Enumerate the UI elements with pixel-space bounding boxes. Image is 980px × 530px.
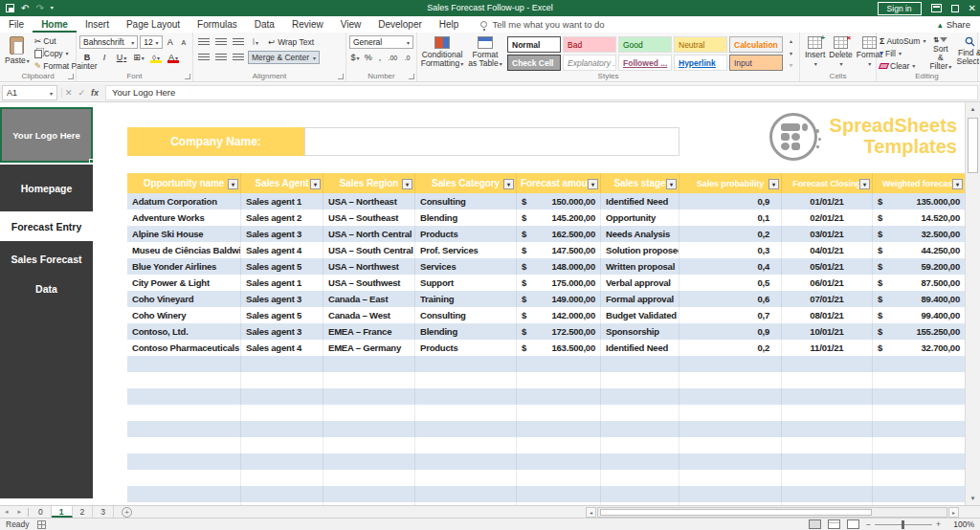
cell-forecast-amount[interactable]: $147.500,00 [517, 242, 601, 258]
empty-cell[interactable] [517, 356, 601, 372]
empty-cell[interactable] [782, 453, 873, 470]
empty-cell[interactable] [127, 372, 241, 388]
tab-home[interactable]: Home [33, 16, 77, 33]
gallery-more-icon[interactable]: ▿ [790, 61, 792, 68]
scroll-right-icon[interactable]: ▸ [948, 507, 959, 518]
filter-icon[interactable]: ▾ [503, 179, 514, 189]
number-dialog-launcher[interactable] [409, 74, 414, 79]
comma-style-button[interactable]: , [375, 51, 384, 64]
empty-cell[interactable] [679, 470, 782, 486]
scroll-down-icon[interactable]: ▾ [966, 492, 980, 505]
empty-cell[interactable] [679, 388, 782, 405]
cell-forecast-closing[interactable]: 01/01/21 [782, 193, 873, 210]
empty-cell[interactable] [601, 372, 679, 388]
tab-review[interactable]: Review [283, 16, 332, 33]
sidebar-item-data[interactable]: Data [0, 283, 93, 295]
cell-sales-stage[interactable]: Formal approval [601, 291, 679, 307]
cell-sales-probability[interactable]: 0,1 [679, 210, 782, 226]
tab-view[interactable]: View [332, 16, 370, 33]
zoom-slider-thumb[interactable] [902, 520, 904, 529]
empty-cell[interactable] [601, 405, 679, 421]
cell-sales-agent[interactable]: Sales agent 3 [241, 291, 323, 307]
autosum-button[interactable]: ΣAutoSum [880, 35, 925, 47]
cell-sales-agent[interactable]: Sales agent 3 [241, 323, 323, 340]
format-as-table-button[interactable]: Format as Table [466, 35, 504, 70]
empty-cell[interactable] [601, 486, 679, 502]
cell-opportunity-name[interactable]: Alpine Ski House [127, 226, 241, 242]
empty-cell[interactable] [873, 437, 965, 453]
empty-cell[interactable] [517, 486, 601, 502]
cell-sales-region[interactable]: Canada – East [323, 291, 415, 307]
sidebar-item-sales-forecast[interactable]: Sales Forecast [0, 254, 93, 265]
cell-sales-agent[interactable]: Sales agent 1 [241, 193, 323, 210]
accessibility-checker-icon[interactable] [37, 520, 46, 529]
view-page-layout-icon[interactable] [828, 519, 840, 529]
cell-sales-region[interactable]: USA – Southeast [323, 210, 415, 226]
sidebar-item-forecast-entry[interactable]: Forecast Entry [0, 211, 93, 241]
header-sales-category[interactable]: Sales Category▾ [415, 173, 517, 193]
empty-cell[interactable] [782, 388, 873, 405]
empty-cell[interactable] [679, 356, 782, 372]
cell-forecast-closing[interactable]: 04/01/21 [782, 242, 873, 258]
cell-opportunity-name[interactable]: Contoso Pharmaceuticals [127, 340, 241, 356]
font-dialog-launcher[interactable] [185, 74, 190, 79]
align-middle-button[interactable] [213, 35, 229, 49]
empty-cell[interactable] [323, 356, 415, 372]
cell-sales-category[interactable]: Blending [415, 323, 517, 340]
style-explanatory[interactable]: Explanatory ... [563, 55, 616, 71]
empty-cell[interactable] [782, 356, 873, 372]
formula-input[interactable]: Your Logo Here [105, 85, 978, 100]
wrap-text-button[interactable]: ↩Wrap Text [265, 35, 317, 49]
cell-sales-stage[interactable]: Needs Analysis [601, 226, 679, 242]
empty-cell[interactable] [127, 470, 241, 486]
empty-cell[interactable] [782, 372, 873, 388]
cell-weighted-forecast[interactable]: $89.400,00 [873, 291, 965, 307]
empty-cell[interactable] [323, 486, 415, 502]
scroll-left-icon[interactable]: ◂ [586, 507, 596, 518]
cell-sales-agent[interactable]: Sales agent 4 [241, 340, 323, 356]
empty-cell[interactable] [127, 388, 241, 405]
name-box[interactable]: A1 [2, 85, 57, 100]
cell-sales-probability[interactable]: 0,5 [679, 275, 782, 291]
cell-sales-agent[interactable]: Sales agent 4 [241, 242, 323, 258]
empty-cell[interactable] [415, 421, 517, 437]
cell-sales-agent[interactable]: Sales agent 1 [241, 275, 323, 291]
cell-sales-category[interactable]: Services [415, 258, 517, 275]
cell-forecast-closing[interactable]: 03/01/21 [782, 226, 873, 242]
next-sheet-icon[interactable]: ▸ [13, 508, 27, 516]
zoom-level[interactable]: 100% [947, 519, 974, 529]
cell-forecast-amount[interactable]: $172.500,00 [517, 323, 601, 340]
empty-cell[interactable] [873, 421, 965, 437]
empty-cell[interactable] [601, 437, 679, 453]
empty-cell[interactable] [873, 405, 965, 421]
restore-window-icon[interactable] [951, 5, 959, 12]
cell-sales-stage[interactable]: Written proposal [601, 258, 679, 275]
tab-page-layout[interactable]: Page Layout [118, 16, 189, 33]
horizontal-scrollbar[interactable]: ◂ ▸ [586, 507, 959, 518]
style-neutral[interactable]: Neutral [674, 36, 727, 53]
cell-forecast-amount[interactable]: $148.000,00 [517, 258, 601, 275]
empty-cell[interactable] [873, 388, 965, 405]
empty-cell[interactable] [517, 437, 601, 453]
style-followed-hyperlink[interactable]: Followed ... [618, 55, 672, 71]
empty-cell[interactable] [323, 470, 415, 486]
font-size-combobox[interactable]: 12 [140, 35, 162, 49]
style-input[interactable]: Input [729, 55, 783, 71]
tab-developer[interactable]: Developer [369, 16, 431, 33]
cell-sales-category[interactable]: Support [415, 275, 517, 291]
empty-cell[interactable] [782, 421, 873, 437]
cell-opportunity-name[interactable]: City Power & Light [127, 275, 241, 291]
empty-cell[interactable] [517, 405, 601, 421]
sheet-tab-3[interactable]: 3 [93, 506, 114, 518]
underline-button[interactable]: U [114, 51, 129, 64]
fill-color-button[interactable]: ◊ [148, 51, 164, 64]
scroll-up-icon[interactable]: ▴ [966, 102, 980, 116]
increase-decimal-button[interactable]: .00 [387, 51, 399, 64]
italic-button[interactable]: I [97, 51, 112, 64]
cell-sales-probability[interactable]: 0,4 [679, 258, 782, 275]
sidebar-item-homepage[interactable]: Homepage [0, 165, 93, 211]
style-normal[interactable]: Normal [507, 36, 561, 53]
cell-sales-category[interactable]: Consulting [415, 307, 517, 323]
cell-sales-probability[interactable]: 0,3 [679, 242, 782, 258]
cell-sales-agent[interactable]: Sales agent 3 [241, 226, 323, 242]
